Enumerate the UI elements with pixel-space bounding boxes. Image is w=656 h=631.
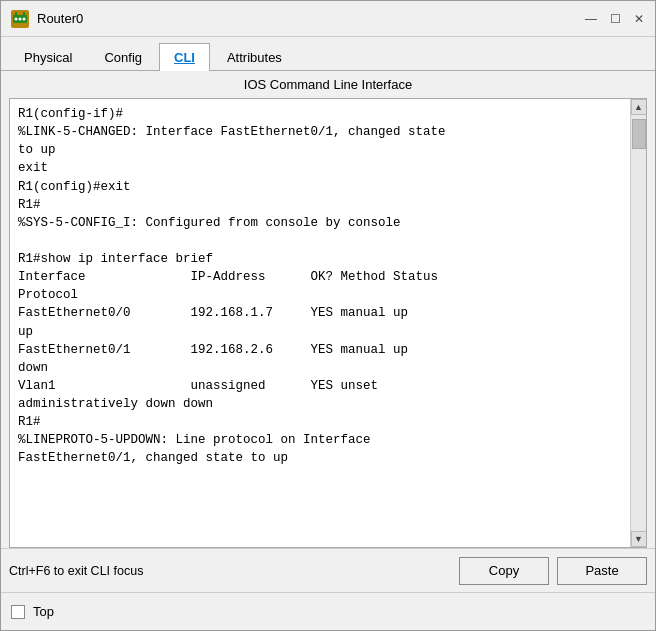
top-label: Top bbox=[33, 604, 54, 619]
close-button[interactable]: ✕ bbox=[631, 11, 647, 27]
tab-bar: Physical Config CLI Attributes bbox=[1, 37, 655, 71]
footer: Top bbox=[1, 592, 655, 630]
scroll-up-arrow[interactable]: ▲ bbox=[631, 99, 647, 115]
copy-button[interactable]: Copy bbox=[459, 557, 549, 585]
svg-point-3 bbox=[19, 17, 22, 20]
paste-button[interactable]: Paste bbox=[557, 557, 647, 585]
tab-config[interactable]: Config bbox=[89, 43, 157, 71]
svg-rect-5 bbox=[15, 12, 17, 15]
svg-rect-6 bbox=[23, 12, 25, 15]
tab-cli[interactable]: CLI bbox=[159, 43, 210, 71]
minimize-button[interactable]: — bbox=[583, 11, 599, 27]
window-title: Router0 bbox=[37, 11, 83, 26]
section-title: IOS Command Line Interface bbox=[1, 71, 655, 98]
scroll-down-arrow[interactable]: ▼ bbox=[631, 531, 647, 547]
hint-text: Ctrl+F6 to exit CLI focus bbox=[9, 564, 451, 578]
title-bar: Router0 — ☐ ✕ bbox=[1, 1, 655, 37]
bottom-bar: Ctrl+F6 to exit CLI focus Copy Paste bbox=[1, 548, 655, 592]
scroll-track[interactable] bbox=[631, 115, 646, 531]
maximize-button[interactable]: ☐ bbox=[607, 11, 623, 27]
top-checkbox[interactable] bbox=[11, 605, 25, 619]
main-window: Router0 — ☐ ✕ Physical Config CLI Attrib… bbox=[0, 0, 656, 631]
scroll-thumb[interactable] bbox=[632, 119, 646, 149]
cli-output[interactable]: R1(config-if)# %LINK-5-CHANGED: Interfac… bbox=[10, 99, 630, 547]
title-bar-left: Router0 bbox=[9, 8, 83, 30]
svg-point-2 bbox=[15, 17, 18, 20]
window-controls: — ☐ ✕ bbox=[583, 11, 647, 27]
svg-point-4 bbox=[23, 17, 26, 20]
tab-physical[interactable]: Physical bbox=[9, 43, 87, 71]
scrollbar[interactable]: ▲ ▼ bbox=[630, 99, 646, 547]
cli-area: R1(config-if)# %LINK-5-CHANGED: Interfac… bbox=[9, 98, 647, 548]
router-icon bbox=[9, 8, 31, 30]
tab-attributes[interactable]: Attributes bbox=[212, 43, 297, 71]
